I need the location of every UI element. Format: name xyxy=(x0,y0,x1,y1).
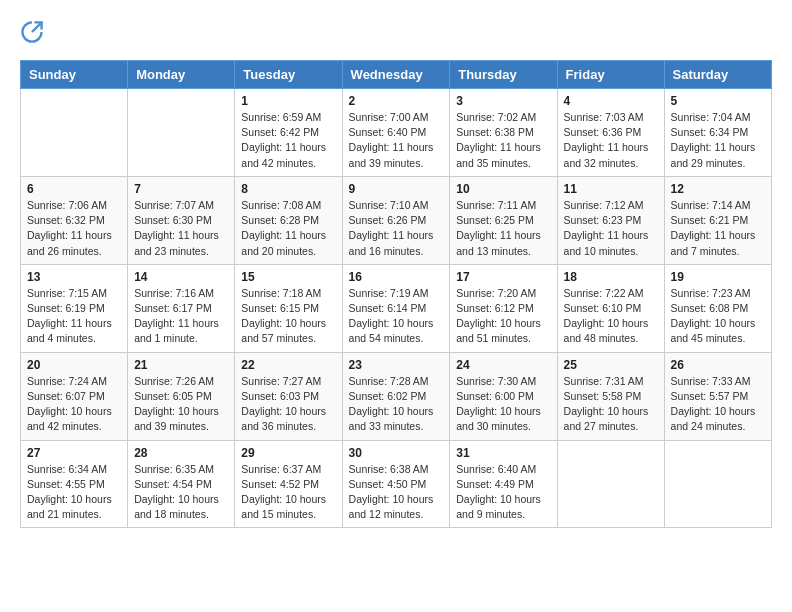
calendar-cell: 21Sunrise: 7:26 AM Sunset: 6:05 PM Dayli… xyxy=(128,352,235,440)
day-number: 17 xyxy=(456,270,550,284)
day-number: 3 xyxy=(456,94,550,108)
week-row-5: 27Sunrise: 6:34 AM Sunset: 4:55 PM Dayli… xyxy=(21,440,772,528)
day-info: Sunrise: 7:02 AM Sunset: 6:38 PM Dayligh… xyxy=(456,110,550,171)
day-number: 5 xyxy=(671,94,765,108)
calendar-cell: 3Sunrise: 7:02 AM Sunset: 6:38 PM Daylig… xyxy=(450,89,557,177)
logo-icon xyxy=(20,20,44,44)
calendar-cell: 4Sunrise: 7:03 AM Sunset: 6:36 PM Daylig… xyxy=(557,89,664,177)
weekday-header-tuesday: Tuesday xyxy=(235,61,342,89)
calendar-cell: 29Sunrise: 6:37 AM Sunset: 4:52 PM Dayli… xyxy=(235,440,342,528)
day-number: 18 xyxy=(564,270,658,284)
calendar-cell: 11Sunrise: 7:12 AM Sunset: 6:23 PM Dayli… xyxy=(557,176,664,264)
week-row-1: 1Sunrise: 6:59 AM Sunset: 6:42 PM Daylig… xyxy=(21,89,772,177)
calendar-cell: 7Sunrise: 7:07 AM Sunset: 6:30 PM Daylig… xyxy=(128,176,235,264)
weekday-header-saturday: Saturday xyxy=(664,61,771,89)
day-info: Sunrise: 7:11 AM Sunset: 6:25 PM Dayligh… xyxy=(456,198,550,259)
day-number: 25 xyxy=(564,358,658,372)
calendar-cell: 24Sunrise: 7:30 AM Sunset: 6:00 PM Dayli… xyxy=(450,352,557,440)
calendar-cell: 23Sunrise: 7:28 AM Sunset: 6:02 PM Dayli… xyxy=(342,352,450,440)
day-info: Sunrise: 7:19 AM Sunset: 6:14 PM Dayligh… xyxy=(349,286,444,347)
day-info: Sunrise: 7:10 AM Sunset: 6:26 PM Dayligh… xyxy=(349,198,444,259)
day-number: 31 xyxy=(456,446,550,460)
calendar-cell: 31Sunrise: 6:40 AM Sunset: 4:49 PM Dayli… xyxy=(450,440,557,528)
day-info: Sunrise: 7:00 AM Sunset: 6:40 PM Dayligh… xyxy=(349,110,444,171)
calendar-cell: 17Sunrise: 7:20 AM Sunset: 6:12 PM Dayli… xyxy=(450,264,557,352)
day-info: Sunrise: 7:18 AM Sunset: 6:15 PM Dayligh… xyxy=(241,286,335,347)
day-number: 28 xyxy=(134,446,228,460)
day-info: Sunrise: 7:04 AM Sunset: 6:34 PM Dayligh… xyxy=(671,110,765,171)
day-number: 22 xyxy=(241,358,335,372)
day-number: 1 xyxy=(241,94,335,108)
day-number: 16 xyxy=(349,270,444,284)
day-number: 11 xyxy=(564,182,658,196)
calendar-cell xyxy=(664,440,771,528)
weekday-header-thursday: Thursday xyxy=(450,61,557,89)
calendar-cell: 5Sunrise: 7:04 AM Sunset: 6:34 PM Daylig… xyxy=(664,89,771,177)
day-info: Sunrise: 7:28 AM Sunset: 6:02 PM Dayligh… xyxy=(349,374,444,435)
day-number: 13 xyxy=(27,270,121,284)
calendar-cell xyxy=(557,440,664,528)
calendar-table: SundayMondayTuesdayWednesdayThursdayFrid… xyxy=(20,60,772,528)
day-info: Sunrise: 7:12 AM Sunset: 6:23 PM Dayligh… xyxy=(564,198,658,259)
day-info: Sunrise: 6:40 AM Sunset: 4:49 PM Dayligh… xyxy=(456,462,550,523)
day-info: Sunrise: 6:37 AM Sunset: 4:52 PM Dayligh… xyxy=(241,462,335,523)
day-number: 29 xyxy=(241,446,335,460)
calendar-cell: 25Sunrise: 7:31 AM Sunset: 5:58 PM Dayli… xyxy=(557,352,664,440)
weekday-header-row: SundayMondayTuesdayWednesdayThursdayFrid… xyxy=(21,61,772,89)
day-info: Sunrise: 7:33 AM Sunset: 5:57 PM Dayligh… xyxy=(671,374,765,435)
weekday-header-wednesday: Wednesday xyxy=(342,61,450,89)
day-info: Sunrise: 7:30 AM Sunset: 6:00 PM Dayligh… xyxy=(456,374,550,435)
calendar-cell: 13Sunrise: 7:15 AM Sunset: 6:19 PM Dayli… xyxy=(21,264,128,352)
page-header xyxy=(20,20,772,44)
day-number: 9 xyxy=(349,182,444,196)
calendar-cell: 27Sunrise: 6:34 AM Sunset: 4:55 PM Dayli… xyxy=(21,440,128,528)
calendar-cell: 26Sunrise: 7:33 AM Sunset: 5:57 PM Dayli… xyxy=(664,352,771,440)
day-number: 7 xyxy=(134,182,228,196)
calendar-cell: 12Sunrise: 7:14 AM Sunset: 6:21 PM Dayli… xyxy=(664,176,771,264)
weekday-header-friday: Friday xyxy=(557,61,664,89)
calendar-cell: 18Sunrise: 7:22 AM Sunset: 6:10 PM Dayli… xyxy=(557,264,664,352)
calendar-cell: 19Sunrise: 7:23 AM Sunset: 6:08 PM Dayli… xyxy=(664,264,771,352)
calendar-cell: 16Sunrise: 7:19 AM Sunset: 6:14 PM Dayli… xyxy=(342,264,450,352)
day-number: 26 xyxy=(671,358,765,372)
day-number: 6 xyxy=(27,182,121,196)
day-info: Sunrise: 7:20 AM Sunset: 6:12 PM Dayligh… xyxy=(456,286,550,347)
day-number: 12 xyxy=(671,182,765,196)
day-info: Sunrise: 7:14 AM Sunset: 6:21 PM Dayligh… xyxy=(671,198,765,259)
week-row-3: 13Sunrise: 7:15 AM Sunset: 6:19 PM Dayli… xyxy=(21,264,772,352)
day-number: 27 xyxy=(27,446,121,460)
day-info: Sunrise: 7:24 AM Sunset: 6:07 PM Dayligh… xyxy=(27,374,121,435)
calendar-cell: 28Sunrise: 6:35 AM Sunset: 4:54 PM Dayli… xyxy=(128,440,235,528)
day-info: Sunrise: 7:07 AM Sunset: 6:30 PM Dayligh… xyxy=(134,198,228,259)
calendar-cell: 9Sunrise: 7:10 AM Sunset: 6:26 PM Daylig… xyxy=(342,176,450,264)
day-number: 15 xyxy=(241,270,335,284)
week-row-4: 20Sunrise: 7:24 AM Sunset: 6:07 PM Dayli… xyxy=(21,352,772,440)
day-info: Sunrise: 7:27 AM Sunset: 6:03 PM Dayligh… xyxy=(241,374,335,435)
calendar-cell: 15Sunrise: 7:18 AM Sunset: 6:15 PM Dayli… xyxy=(235,264,342,352)
day-number: 4 xyxy=(564,94,658,108)
weekday-header-sunday: Sunday xyxy=(21,61,128,89)
day-number: 14 xyxy=(134,270,228,284)
day-info: Sunrise: 7:31 AM Sunset: 5:58 PM Dayligh… xyxy=(564,374,658,435)
calendar-cell: 22Sunrise: 7:27 AM Sunset: 6:03 PM Dayli… xyxy=(235,352,342,440)
calendar-cell: 2Sunrise: 7:00 AM Sunset: 6:40 PM Daylig… xyxy=(342,89,450,177)
week-row-2: 6Sunrise: 7:06 AM Sunset: 6:32 PM Daylig… xyxy=(21,176,772,264)
day-number: 20 xyxy=(27,358,121,372)
day-info: Sunrise: 7:23 AM Sunset: 6:08 PM Dayligh… xyxy=(671,286,765,347)
day-info: Sunrise: 6:35 AM Sunset: 4:54 PM Dayligh… xyxy=(134,462,228,523)
day-number: 19 xyxy=(671,270,765,284)
calendar-cell: 6Sunrise: 7:06 AM Sunset: 6:32 PM Daylig… xyxy=(21,176,128,264)
day-number: 10 xyxy=(456,182,550,196)
day-info: Sunrise: 7:08 AM Sunset: 6:28 PM Dayligh… xyxy=(241,198,335,259)
calendar-cell: 10Sunrise: 7:11 AM Sunset: 6:25 PM Dayli… xyxy=(450,176,557,264)
day-info: Sunrise: 7:06 AM Sunset: 6:32 PM Dayligh… xyxy=(27,198,121,259)
svg-line-0 xyxy=(32,22,42,32)
calendar-cell xyxy=(128,89,235,177)
weekday-header-monday: Monday xyxy=(128,61,235,89)
day-info: Sunrise: 7:03 AM Sunset: 6:36 PM Dayligh… xyxy=(564,110,658,171)
calendar-cell: 30Sunrise: 6:38 AM Sunset: 4:50 PM Dayli… xyxy=(342,440,450,528)
day-info: Sunrise: 6:38 AM Sunset: 4:50 PM Dayligh… xyxy=(349,462,444,523)
day-number: 23 xyxy=(349,358,444,372)
day-info: Sunrise: 7:22 AM Sunset: 6:10 PM Dayligh… xyxy=(564,286,658,347)
day-number: 24 xyxy=(456,358,550,372)
